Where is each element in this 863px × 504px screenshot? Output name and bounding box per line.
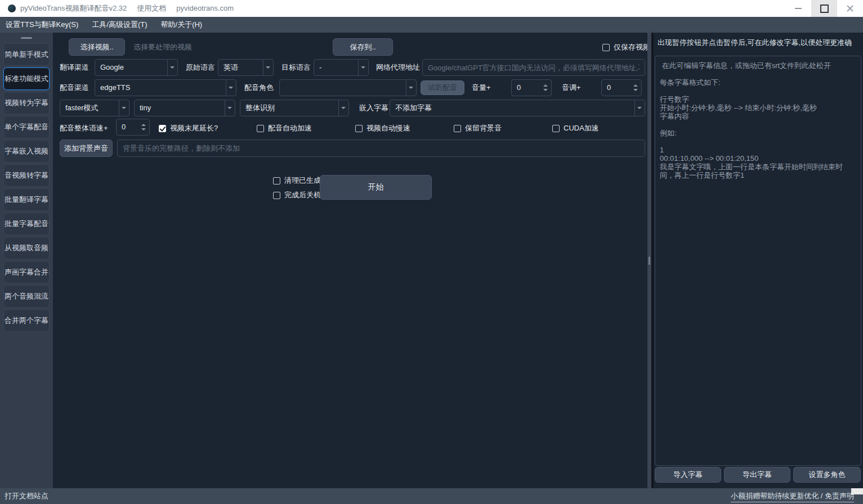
keep-background-checkbox[interactable]: 保留背景音 xyxy=(454,124,502,133)
site-link[interactable]: pyvideotrans.com xyxy=(176,4,234,12)
start-button[interactable]: 开始 xyxy=(320,175,432,200)
checkbox-icon xyxy=(454,125,461,132)
sidebar-item-extract-audio[interactable]: 从视频取音频 xyxy=(3,237,50,259)
spin-value: 0 xyxy=(607,80,611,96)
sidebar-item-av-to-subtitle[interactable]: 音视频转字幕 xyxy=(3,164,50,187)
checkbox-icon xyxy=(602,44,610,51)
translate-channel-select[interactable]: Google xyxy=(95,59,178,76)
tts-channel-select[interactable]: edgeTTS xyxy=(95,79,236,96)
pitch-label: 音调+ xyxy=(562,79,581,97)
menu-tts-key[interactable]: 设置TTS与翻译Key(S) xyxy=(6,20,78,30)
only-save-video-checkbox[interactable]: 仅保存视频 xyxy=(602,43,650,52)
spinner-arrows-icon[interactable] xyxy=(543,80,549,96)
sidebar-item-simple-mode[interactable]: 简单新手模式 xyxy=(3,43,50,66)
checkbox-icon xyxy=(257,125,264,132)
spinner-arrows-icon[interactable] xyxy=(141,119,147,135)
drag-handle-icon[interactable] xyxy=(21,37,32,39)
menu-tools[interactable]: 工具/高级设置(T) xyxy=(92,20,147,30)
add-bgm-button[interactable]: 添加背景声音 xyxy=(60,140,113,157)
recognition-type-select[interactable]: 整体识别 xyxy=(240,100,349,116)
sidebar-item-subtitle-embed[interactable]: 字幕嵌入视频 xyxy=(3,140,50,163)
set-roles-button[interactable]: 设置多角色 xyxy=(793,467,861,483)
video-extend-label: 视频末尾延长? xyxy=(170,123,218,133)
dub-autorate-checkbox[interactable]: 配音自动加速 xyxy=(257,124,312,133)
maximize-icon xyxy=(820,4,829,13)
shutdown-after-checkbox[interactable]: 完成后关机 xyxy=(273,191,321,200)
voice-role-select[interactable] xyxy=(279,79,417,96)
combo-value: 不添加字幕 xyxy=(395,100,432,116)
video-autoslow-checkbox[interactable]: 视频自动慢速 xyxy=(355,124,410,133)
sidebar-item-merge-subtitles[interactable]: 合并两个字幕 xyxy=(3,309,50,332)
close-button[interactable] xyxy=(837,0,863,17)
statusbar: 打开文档站点 小额捐赠帮助待续更新优化 / 免责声明 xyxy=(0,488,863,504)
close-icon xyxy=(846,4,854,12)
open-docs-link[interactable]: 打开文档站点 xyxy=(5,488,48,504)
proxy-input[interactable] xyxy=(422,59,645,76)
sidebar-item-batch-translate[interactable]: 批量翻译字幕 xyxy=(3,188,50,211)
minimize-button[interactable] xyxy=(785,0,811,17)
sidebar-item-merge-av-subtitle[interactable]: 声画字幕合并 xyxy=(3,261,50,284)
donate-disclaimer-link[interactable]: 小额捐赠帮助待续更新优化 / 免责声明 xyxy=(731,490,854,502)
save-to-button[interactable]: 保存到.. xyxy=(333,38,393,56)
source-lang-select[interactable]: 英语 xyxy=(218,59,274,76)
proxy-label: 网络代理地址 xyxy=(376,58,420,76)
sidebar-item-batch-dub[interactable]: 批量字幕配音 xyxy=(3,213,50,235)
select-video-button[interactable]: 选择视频.. xyxy=(69,38,125,56)
volume-stepper[interactable]: 0 xyxy=(511,79,552,96)
keep-background-label: 保留背景音 xyxy=(465,123,502,133)
sidebar-item-mix-audio[interactable]: 两个音频混流 xyxy=(3,285,50,308)
subtitle-editor[interactable]: 在此可编辑字幕信息，或拖动已有srt文件到此处松开 每条字幕格式如下: 行号数字… xyxy=(655,56,861,466)
resize-grip[interactable] xyxy=(851,488,863,494)
menu-help[interactable]: 帮助/关于(H) xyxy=(161,20,203,30)
export-subtitle-button[interactable]: 导出字幕 xyxy=(724,467,790,483)
video-extend-checkbox[interactable]: 视频末尾延长? xyxy=(159,124,218,133)
combo-value: faster模式 xyxy=(65,100,99,116)
cuda-checkbox[interactable]: CUDA加速 xyxy=(552,124,599,133)
sidebar-item-video-to-subtitle[interactable]: 视频转为字幕 xyxy=(3,92,50,114)
embed-subtitle-select[interactable]: 不添加字幕 xyxy=(390,100,645,116)
doc-link[interactable]: 使用文档 xyxy=(137,4,166,12)
chevron-down-icon xyxy=(119,100,129,116)
chevron-down-icon xyxy=(225,100,235,116)
import-subtitle-button[interactable]: 导入字幕 xyxy=(655,467,721,483)
checkbox-icon xyxy=(355,125,363,132)
app-window: pyVideoTrans视频翻译配音v2.32使用文档pyvideotrans.… xyxy=(0,0,863,504)
dub-autorate-label: 配音自动加速 xyxy=(268,123,312,133)
chevron-down-icon xyxy=(338,100,348,116)
model-mode-select[interactable]: faster模式 xyxy=(60,100,129,116)
sidebar: 简单新手模式 标准功能模式 视频转为字幕 单个字幕配音 字幕嵌入视频 音视频转字… xyxy=(0,33,53,488)
sidebar-item-single-subtitle-dub[interactable]: 单个字幕配音 xyxy=(3,116,50,138)
chevron-down-icon xyxy=(263,60,273,75)
titlebar: pyVideoTrans视频翻译配音v2.32使用文档pyvideotrans.… xyxy=(0,0,863,17)
video-hint-text: 选择要处理的视频 xyxy=(133,38,192,56)
pitch-stepper[interactable]: 0 xyxy=(601,79,642,96)
maximize-button[interactable] xyxy=(811,0,837,17)
app-icon xyxy=(8,4,16,12)
combo-value: 整体识别 xyxy=(245,100,275,116)
bgm-path-input[interactable] xyxy=(117,140,645,157)
checkbox-icon xyxy=(552,125,560,132)
chevron-down-icon xyxy=(358,60,368,75)
voice-role-label: 配音角色 xyxy=(244,79,274,97)
source-lang-label: 原始语言 xyxy=(186,58,215,76)
translate-channel-label: 翻译渠道 xyxy=(60,58,89,76)
sidebar-item-standard-mode[interactable]: 标准功能模式 xyxy=(3,68,50,90)
speed-stepper[interactable]: 0 xyxy=(116,119,150,136)
combo-value: tiny xyxy=(140,100,151,116)
embed-subtitle-label: 嵌入字幕 xyxy=(359,99,388,117)
only-save-video-label: 仅保存视频 xyxy=(614,42,650,52)
whisper-model-select[interactable]: tiny xyxy=(134,100,235,116)
checkbox-icon xyxy=(273,192,280,199)
combo-value: Google xyxy=(100,60,124,75)
spinner-arrows-icon[interactable] xyxy=(633,80,639,96)
splitter-handle-icon[interactable] xyxy=(649,256,650,265)
clear-generated-checkbox[interactable]: 清理已生成 xyxy=(273,176,321,185)
listen-dub-button: 试听配音 xyxy=(421,80,464,95)
tts-channel-label: 配音渠道 xyxy=(60,79,89,97)
checkbox-checked-icon xyxy=(159,125,166,132)
combo-value: edgeTTS xyxy=(100,80,130,96)
pause-info-text: 出现暂停按钮并点击暂停后,可在此修改字幕,以便处理更准确 xyxy=(658,38,860,47)
target-lang-select[interactable]: - xyxy=(314,59,369,76)
speed-label: 配音整体语速+ xyxy=(60,119,108,137)
splitter-line xyxy=(651,33,654,488)
